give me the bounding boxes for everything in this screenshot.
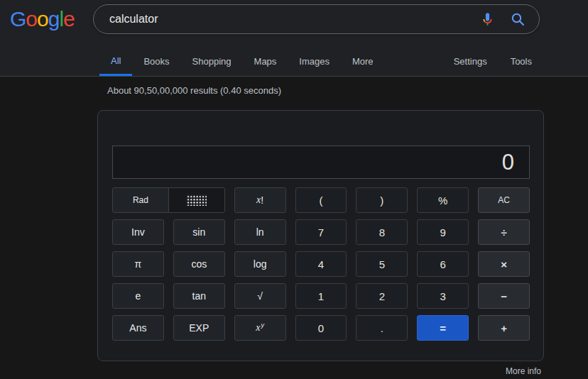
- key-exponent[interactable]: EXP: [173, 315, 225, 341]
- key-plus[interactable]: +: [478, 315, 530, 341]
- key-digit-1[interactable]: 1: [295, 283, 347, 309]
- logo-letter: G: [10, 7, 26, 31]
- key-factorial[interactable]: x!: [234, 187, 286, 213]
- key-log[interactable]: log: [234, 251, 286, 277]
- tab-settings[interactable]: Settings: [454, 49, 487, 76]
- calculator-display: 0: [112, 145, 530, 179]
- search-bar[interactable]: [93, 4, 540, 34]
- more-info-link[interactable]: More info: [506, 366, 541, 376]
- tab-images[interactable]: Images: [288, 49, 341, 76]
- calculator-widget: 0 Radx!()%ACInvsinln789÷πcoslog456×etan√…: [97, 110, 544, 361]
- key-percent[interactable]: %: [417, 187, 469, 213]
- key-digit-7[interactable]: 7: [295, 219, 347, 245]
- tab-maps[interactable]: Maps: [243, 49, 288, 76]
- key-minus[interactable]: −: [478, 283, 530, 309]
- key-sin[interactable]: sin: [173, 219, 225, 245]
- key-natural-log[interactable]: ln: [234, 219, 286, 245]
- logo-letter: e: [63, 7, 75, 31]
- logo-letter: g: [48, 7, 60, 31]
- tab-books[interactable]: Books: [132, 49, 180, 76]
- key-euler[interactable]: e: [112, 283, 164, 309]
- key-square-root[interactable]: √: [234, 283, 286, 309]
- logo-letter: o: [37, 7, 48, 31]
- key-decimal-point[interactable]: .: [356, 315, 408, 341]
- tab-more[interactable]: More: [341, 49, 385, 76]
- google-logo[interactable]: Google: [10, 6, 75, 33]
- search-tabs-right: SettingsTools: [454, 49, 532, 76]
- dots-grid-icon: [186, 194, 207, 206]
- key-cos[interactable]: cos: [173, 251, 225, 277]
- rad-deg-toggle: Rad: [112, 187, 225, 213]
- search-icon[interactable]: [509, 11, 526, 28]
- search-bar-icons: [480, 9, 539, 29]
- key-digit-4[interactable]: 4: [295, 251, 347, 277]
- search-tabs: AllBooksShoppingMapsImagesMore: [99, 49, 385, 76]
- calculator-keypad: Radx!()%ACInvsinln789÷πcoslog456×etan√12…: [112, 187, 530, 341]
- key-pi[interactable]: π: [112, 251, 164, 277]
- key-digit-5[interactable]: 5: [356, 251, 408, 277]
- key-digit-6[interactable]: 6: [417, 251, 469, 277]
- logo-letter: o: [26, 7, 37, 31]
- key-inverse[interactable]: Inv: [112, 219, 164, 245]
- tab-all[interactable]: All: [99, 49, 132, 76]
- key-digit-2[interactable]: 2: [356, 283, 408, 309]
- key-digit-3[interactable]: 3: [417, 283, 469, 309]
- key-deg[interactable]: [168, 187, 225, 213]
- search-header: Google AllBooksShoppingMapsImagesMore Se…: [0, 0, 588, 77]
- tab-tools[interactable]: Tools: [511, 49, 532, 76]
- key-multiply[interactable]: ×: [478, 251, 530, 277]
- key-answer[interactable]: Ans: [112, 315, 164, 341]
- key-all-clear[interactable]: AC: [478, 187, 530, 213]
- key-open-paren[interactable]: (: [295, 187, 347, 213]
- key-digit-9[interactable]: 9: [417, 219, 469, 245]
- key-digit-8[interactable]: 8: [356, 219, 408, 245]
- key-power[interactable]: xy: [234, 315, 286, 341]
- key-tan[interactable]: tan: [173, 283, 225, 309]
- tab-shopping[interactable]: Shopping: [181, 49, 243, 76]
- key-rad[interactable]: Rad: [112, 187, 169, 213]
- key-digit-0[interactable]: 0: [295, 315, 347, 341]
- key-close-paren[interactable]: ): [356, 187, 408, 213]
- key-divide[interactable]: ÷: [478, 219, 530, 245]
- result-stats: About 90,50,00,000 results (0.40 seconds…: [107, 85, 281, 96]
- microphone-icon[interactable]: [480, 9, 495, 29]
- key-equals[interactable]: =: [417, 315, 469, 341]
- search-input[interactable]: [109, 13, 480, 26]
